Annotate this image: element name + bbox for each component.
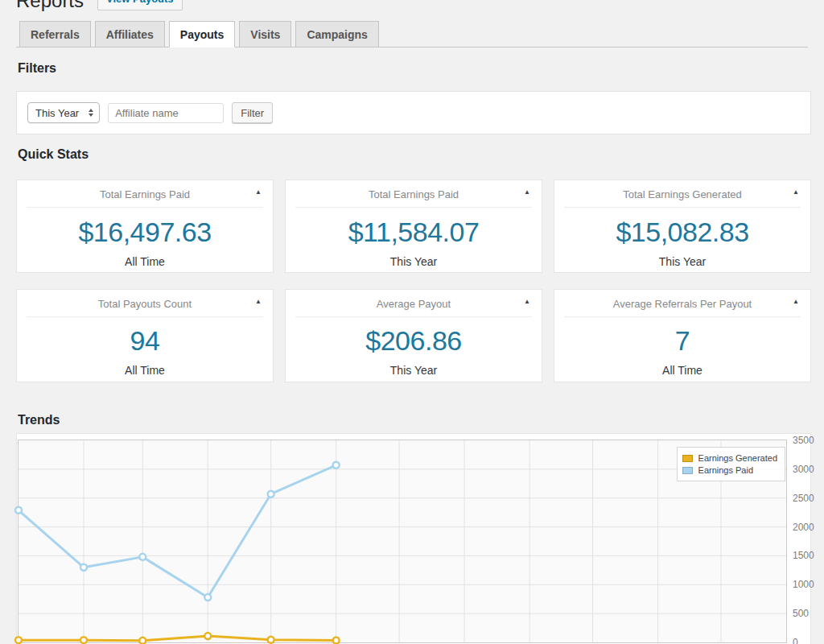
legend-swatch-icon — [682, 455, 693, 462]
quick-stats-grid: Total Earnings Paid ▲ $16,497.63 All Tim… — [16, 180, 811, 382]
date-range-selected-value: This Year — [35, 107, 79, 119]
stat-card-title: Average Referrals Per Payout — [566, 298, 799, 310]
stat-card-header: Total Payouts Count ▲ — [27, 290, 263, 317]
reports-page: Reports View Payouts Referrals Affiliate… — [0, 0, 824, 644]
stat-card-header: Average Referrals Per Payout ▲ — [564, 290, 801, 317]
stat-card-total-earnings-paid-alltime: Total Earnings Paid ▲ $16,497.63 All Tim… — [16, 180, 274, 273]
stat-card-header: Total Earnings Generated ▲ — [564, 180, 801, 208]
stat-card-title: Total Earnings Generated — [566, 188, 799, 200]
stat-card-value: $15,082.83 — [554, 217, 810, 248]
report-tabs: Referrals Affiliates Payouts Visits Camp… — [16, 21, 808, 47]
y-axis-tick-label: 0 — [793, 638, 824, 644]
y-axis-tick-label: 3000 — [793, 464, 824, 474]
stat-card-value: $16,497.63 — [17, 217, 273, 248]
stat-card-value: 7 — [554, 325, 810, 357]
stat-card-header: Total Earnings Paid ▲ — [295, 180, 532, 208]
collapse-triangle-icon[interactable]: ▲ — [524, 189, 530, 196]
stat-card-period: All Time — [554, 364, 810, 377]
trends-chart-svg — [19, 440, 786, 642]
stat-card-title: Average Payout — [297, 298, 530, 310]
stat-card-total-earnings-paid-year: Total Earnings Paid ▲ $11,584.07 This Ye… — [285, 180, 542, 273]
stat-card-value: $11,584.07 — [286, 217, 542, 248]
view-payouts-button[interactable]: View Payouts — [97, 0, 183, 10]
stat-card-header: Average Payout ▲ — [295, 290, 532, 317]
y-axis-tick-label: 2000 — [793, 522, 824, 532]
stat-card-title: Total Earnings Paid — [28, 188, 262, 200]
collapse-triangle-icon[interactable]: ▲ — [793, 189, 799, 196]
stat-card-header: Total Earnings Paid ▲ — [27, 180, 263, 208]
y-axis-tick-label: 2500 — [793, 493, 824, 503]
date-range-select[interactable]: This Year — [27, 102, 100, 123]
affiliate-name-input[interactable] — [108, 103, 224, 123]
y-axis-tick-label: 1000 — [793, 580, 824, 589]
stat-card-period: This Year — [286, 364, 542, 377]
y-axis-tick-label: 500 — [793, 609, 824, 618]
y-axis-tick-label: 1500 — [793, 551, 824, 560]
stat-card-title: Total Payouts Count — [28, 298, 262, 310]
trends-chart-container: 0500100015002000250030003500 Earnings Ge… — [16, 433, 811, 644]
filters-panel: This Year Filter — [16, 91, 811, 134]
legend-item: Earnings Generated — [682, 453, 777, 463]
stat-card-total-payouts-count: Total Payouts Count ▲ 94 All Time — [16, 289, 274, 382]
tab-visits[interactable]: Visits — [239, 21, 291, 47]
trends-heading: Trends — [18, 413, 808, 427]
stat-card-title: Total Earnings Paid — [297, 188, 530, 200]
tab-payouts[interactable]: Payouts — [169, 21, 235, 47]
tab-referrals[interactable]: Referrals — [19, 21, 91, 47]
stat-card-period: This Year — [554, 255, 810, 268]
tab-campaigns[interactable]: Campaigns — [295, 21, 378, 47]
legend-swatch-icon — [682, 467, 693, 474]
stat-card-period: This Year — [286, 255, 542, 268]
stat-card-average-referrals-per-payout: Average Referrals Per Payout ▲ 7 All Tim… — [554, 289, 811, 382]
legend-item: Earnings Paid — [682, 465, 777, 475]
filters-heading: Filters — [18, 61, 808, 76]
stat-card-period: All Time — [17, 255, 273, 268]
collapse-triangle-icon[interactable]: ▲ — [524, 299, 530, 305]
stat-card-period: All Time — [17, 364, 273, 377]
stat-card-average-payout: Average Payout ▲ $206.86 This Year — [285, 289, 542, 382]
legend-label: Earnings Generated — [698, 453, 777, 463]
chart-legend: Earnings GeneratedEarnings Paid — [677, 447, 785, 481]
legend-label: Earnings Paid — [698, 465, 754, 475]
stat-card-total-earnings-generated: Total Earnings Generated ▲ $15,082.83 Th… — [554, 180, 811, 273]
page-title: Reports — [16, 0, 84, 11]
quick-stats-heading: Quick Stats — [18, 147, 808, 162]
y-axis-tick-label: 3500 — [793, 436, 824, 445]
select-stepper-icon — [89, 109, 93, 117]
collapse-triangle-icon[interactable]: ▲ — [255, 189, 262, 196]
filter-button[interactable]: Filter — [232, 102, 273, 123]
trends-plot-area — [18, 440, 787, 643]
tab-affiliates[interactable]: Affiliates — [95, 21, 165, 47]
page-header: Reports View Payouts — [16, 0, 824, 11]
collapse-triangle-icon[interactable]: ▲ — [793, 299, 799, 305]
stat-card-value: $206.86 — [286, 325, 542, 357]
collapse-triangle-icon[interactable]: ▲ — [255, 299, 262, 305]
stat-card-value: 94 — [17, 325, 273, 357]
